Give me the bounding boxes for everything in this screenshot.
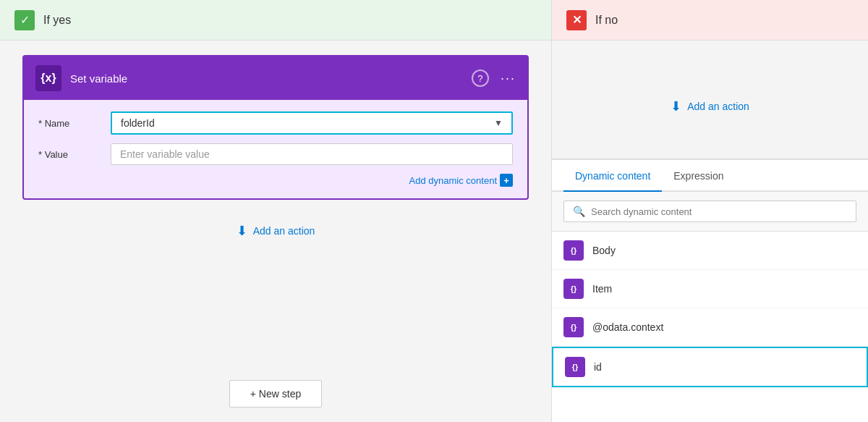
dynamic-item-body[interactable]: {} Body — [552, 232, 868, 270]
left-panel: ✓ If yes {x} Set variable ? — [0, 0, 551, 422]
tab-dynamic-content[interactable]: Dynamic content — [563, 160, 662, 192]
body-label: Body — [592, 245, 616, 256]
right-panel-content: ⬇ Add an action — [552, 41, 868, 114]
item-icon: {} — [563, 279, 584, 299]
add-dynamic-content-link[interactable]: Add dynamic content + — [409, 174, 513, 187]
dynamic-item-item[interactable]: {} Item — [552, 270, 868, 308]
right-panel: ✕ If no ⬇ Add an action Dynamic content … — [551, 0, 868, 422]
add-action-icon-left: ⬇ — [237, 223, 247, 239]
search-icon: 🔍 — [573, 206, 585, 217]
x-icon: ✕ — [566, 10, 587, 30]
name-label: * Name — [38, 118, 111, 129]
dynamic-item-odata[interactable]: {} @odata.context — [552, 308, 868, 347]
if-no-title: If no — [595, 14, 618, 27]
value-label: * Value — [38, 149, 111, 160]
if-no-section: ✕ If no ⬇ Add an action — [552, 0, 868, 159]
check-icon: ✓ — [14, 10, 35, 30]
item-label: Item — [592, 283, 612, 295]
add-dynamic-row: Add dynamic content + — [38, 174, 513, 187]
tab-expression[interactable]: Expression — [662, 160, 735, 190]
body-icon: {} — [563, 240, 584, 261]
left-panel-content: {x} Set variable ? ··· — [0, 41, 551, 366]
dynamic-items-list: {} Body {} Item {} @odata.context — [552, 232, 868, 387]
card-body: * Name folderId ▼ * Value — [24, 100, 527, 198]
id-label: id — [594, 361, 602, 373]
help-button[interactable]: ? — [472, 69, 489, 87]
dropdown-arrow-icon: ▼ — [494, 118, 503, 128]
new-step-button[interactable]: + New step — [229, 380, 322, 408]
add-action-button-left[interactable]: ⬇ Add an action — [225, 217, 327, 245]
search-box: 🔍 — [563, 201, 856, 222]
card-title: Set variable — [70, 72, 127, 85]
if-yes-header: ✓ If yes — [0, 0, 551, 41]
name-dropdown[interactable]: folderId ▼ — [111, 111, 513, 135]
new-step-container: + New step — [0, 366, 551, 422]
card-icon: {x} — [35, 65, 61, 91]
dynamic-search-input[interactable] — [591, 206, 847, 217]
dynamic-item-id[interactable]: {} id — [552, 347, 868, 387]
odata-label: @odata.context — [592, 321, 663, 333]
card-menu-button[interactable]: ··· — [501, 71, 516, 86]
if-no-header: ✕ If no — [552, 0, 868, 41]
add-action-button-right[interactable]: ⬇ Add an action — [671, 98, 749, 114]
value-input[interactable] — [111, 143, 513, 165]
id-icon: {} — [565, 357, 585, 377]
dynamic-content-panel: Dynamic content Expression 🔍 {} — [552, 159, 868, 422]
name-row: * Name folderId ▼ — [38, 111, 513, 135]
dynamic-search-container: 🔍 — [552, 192, 868, 232]
set-variable-card: {x} Set variable ? ··· — [22, 55, 529, 200]
value-row: * Value — [38, 143, 513, 165]
add-action-icon-right: ⬇ — [671, 98, 681, 114]
add-dynamic-plus-icon: + — [500, 174, 513, 187]
card-header: {x} Set variable ? ··· — [24, 56, 527, 100]
odata-icon: {} — [563, 317, 584, 337]
if-yes-title: If yes — [43, 14, 71, 27]
name-value: folderId — [121, 117, 155, 129]
dynamic-tabs: Dynamic content Expression — [552, 160, 868, 192]
